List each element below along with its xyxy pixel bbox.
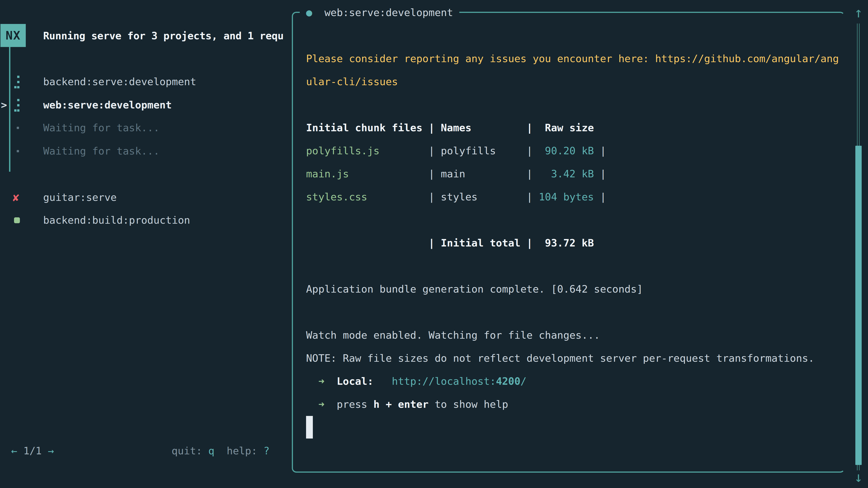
text-segment: styles.css xyxy=(306,191,367,203)
terminal-line xyxy=(306,255,839,278)
task-row-guitar-serve[interactable]: ✘ guitar:serve xyxy=(0,186,289,209)
text-segment: | xyxy=(526,145,539,157)
panel-title-text: web:serve:development xyxy=(324,6,453,19)
text-segment: | xyxy=(526,191,539,203)
spinner-icon xyxy=(14,99,20,112)
text-segment xyxy=(373,375,392,387)
terminal-line: | Initial total | 93.72 kB xyxy=(306,232,839,255)
text-segment: polyfills.js xyxy=(306,145,379,157)
text-segment: polyfills xyxy=(441,145,526,157)
terminal-line: polyfills.js | polyfills | 90.20 kB | xyxy=(306,139,839,162)
text-segment xyxy=(312,6,324,19)
text-segment: | xyxy=(349,168,441,180)
text-segment: | xyxy=(367,191,441,203)
text-segment: main xyxy=(441,168,526,180)
scroll-down-icon[interactable]: ↓ xyxy=(852,467,865,488)
text-segment: ular-cli/issues xyxy=(306,76,398,88)
output-panel-title: ● web:serve:development xyxy=(300,1,459,24)
terminal-line: ➜ press h + enter to show help xyxy=(306,393,839,416)
waiting-dot-icon xyxy=(17,127,19,129)
terminal-line: Initial chunk files | Names | Raw size xyxy=(306,116,839,139)
local-url-port[interactable]: 4200 xyxy=(496,375,520,387)
terminal-line xyxy=(306,416,839,439)
panel-status-dot: ● xyxy=(306,6,312,19)
scrollbar-thumb[interactable] xyxy=(855,146,862,465)
text-segment: | Initial total | 93.72 kB xyxy=(306,237,594,249)
text-segment: 3.42 kB xyxy=(539,168,594,180)
task-label-selected: web:serve:development xyxy=(43,94,172,117)
task-row-waiting-1[interactable]: Waiting for task... xyxy=(0,116,289,139)
keyboard-hints: quit: q help: ? xyxy=(172,440,270,462)
waiting-dot-icon xyxy=(17,150,19,152)
sidebar-header: Running serve for 3 projects, and 1 requ xyxy=(43,24,292,47)
failed-x-icon: ✘ xyxy=(13,186,19,209)
text-segment: | xyxy=(594,168,606,180)
task-row-backend-build[interactable]: backend:build:production xyxy=(0,209,289,232)
task-label: guitar:serve xyxy=(43,186,117,209)
text-segment: 104 bytes xyxy=(539,191,594,203)
text-segment: | xyxy=(594,145,606,157)
scroll-up-icon[interactable]: ↑ xyxy=(852,2,865,24)
terminal-cursor xyxy=(306,416,313,438)
text-segment[interactable]: / xyxy=(520,375,526,387)
pager-next-icon[interactable]: → xyxy=(48,445,54,457)
terminal-line: ular-cli/issues xyxy=(306,70,839,93)
pager[interactable]: ← 1/1 → xyxy=(11,440,54,462)
text-segment: Application bundle generation complete. … xyxy=(306,283,643,295)
text-segment xyxy=(324,398,337,410)
nx-logo: NX xyxy=(0,24,26,47)
local-url[interactable]: http://localhost: xyxy=(392,375,496,387)
text-segment: Watch mode enabled. Watching for file ch… xyxy=(306,329,600,341)
text-segment: Initial chunk files | Names | Raw size xyxy=(306,122,594,134)
task-row-backend-serve[interactable]: backend:serve:development xyxy=(0,70,289,93)
prompt-arrow-icon: ➜ xyxy=(306,398,324,410)
terminal-line xyxy=(306,93,839,116)
task-label: backend:build:production xyxy=(43,209,190,232)
text-segment: | xyxy=(594,191,606,203)
terminal-line: Please consider reporting any issues you… xyxy=(306,47,839,70)
quit-key: q xyxy=(209,445,215,457)
text-segment: Please consider reporting any issues you… xyxy=(306,53,839,65)
pager-prev-icon[interactable]: ← xyxy=(11,445,17,457)
text-segment: styles xyxy=(441,191,526,203)
task-label: Waiting for task... xyxy=(43,140,160,163)
text-segment: | xyxy=(379,145,441,157)
text-segment: press xyxy=(337,398,373,410)
task-row-waiting-2[interactable]: Waiting for task... xyxy=(0,140,289,163)
text-segment: 90.20 kB xyxy=(539,145,594,157)
terminal-line: styles.css | styles | 104 bytes | xyxy=(306,186,839,208)
help-shortcut: h + enter xyxy=(373,398,429,410)
text-segment: | xyxy=(526,168,539,180)
terminal-line: ➜ Local: http://localhost:4200/ xyxy=(306,370,839,393)
nx-terminal: NX Running serve for 3 projects, and 1 r… xyxy=(0,0,868,488)
success-square-icon xyxy=(14,217,20,223)
text-segment: help: xyxy=(215,445,264,457)
text-segment: to show help xyxy=(429,398,508,410)
text-segment: quit: xyxy=(172,445,209,457)
text-segment: main.js xyxy=(306,168,349,180)
terminal-line: NOTE: Raw file sizes do not reflect deve… xyxy=(306,347,839,370)
terminal-output: Please consider reporting any issues you… xyxy=(306,1,839,439)
task-label: Waiting for task... xyxy=(43,116,160,139)
spinner-icon xyxy=(14,76,20,89)
terminal-line xyxy=(306,24,839,47)
help-key: ? xyxy=(264,445,270,457)
terminal-line xyxy=(306,301,839,324)
task-label: backend:serve:development xyxy=(43,70,196,93)
terminal-line xyxy=(306,208,839,232)
text-segment: Local: xyxy=(337,375,373,387)
terminal-line: Application bundle generation complete. … xyxy=(306,278,839,301)
text-segment xyxy=(324,375,337,387)
terminal-line: main.js | main | 3.42 kB | xyxy=(306,162,839,186)
terminal-line: Watch mode enabled. Watching for file ch… xyxy=(306,324,839,347)
pager-position: 1/1 xyxy=(17,445,48,457)
prompt-arrow-icon: ➜ xyxy=(306,375,324,387)
task-row-web-serve[interactable]: web:serve:development xyxy=(0,94,289,117)
text-segment: NOTE: Raw file sizes do not reflect deve… xyxy=(306,352,814,364)
